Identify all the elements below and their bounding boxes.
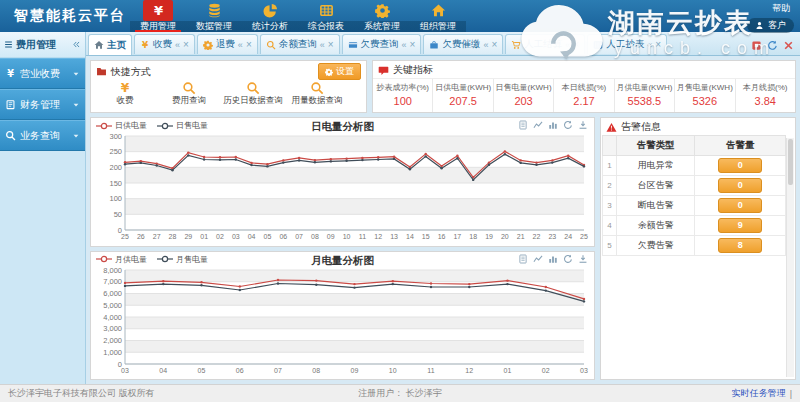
gear-icon-slot — [325, 68, 333, 76]
indicator-label: 月供电量(KWH) — [615, 82, 674, 93]
alarm-count-badge[interactable]: 0 — [718, 198, 762, 213]
y-axis-labels: 050100150200250300 — [109, 133, 122, 235]
nav-item-fee[interactable]: ¥费用管理 — [130, 0, 186, 32]
toolbox-linechart-button[interactable] — [533, 254, 543, 264]
tab-label: 人工抄表 — [606, 38, 644, 51]
toolbox-restore-button[interactable] — [563, 120, 573, 130]
search-icon — [182, 81, 196, 95]
toolbox-doc-button[interactable] — [518, 254, 528, 264]
shortcut-history-daily-query[interactable]: 历史日数据查询 — [221, 81, 285, 106]
folder-icon — [96, 66, 107, 77]
menu-icon — [4, 40, 13, 49]
yen-icon: ¥ — [140, 40, 150, 50]
chart-canvas: 01,0002,0003,0004,0005,0006,0007,0008,00… — [91, 267, 592, 377]
daily-chart-legend: 日供电量日售电量 — [96, 120, 208, 131]
alarm-col-0: 告警类型 — [617, 136, 695, 156]
svg-text:03: 03 — [121, 367, 129, 374]
svg-text:12: 12 — [374, 233, 382, 240]
linechart-icon — [533, 254, 543, 264]
alarm-scrollbar — [786, 138, 794, 377]
tab-collapse-icon[interactable]: « — [320, 40, 325, 50]
tab-arrears-remind[interactable]: 欠费催缴«× — [423, 34, 503, 54]
tab-arrears-query[interactable]: 欠费查询«× — [342, 34, 422, 54]
legend-item[interactable]: 月售电量 — [157, 254, 208, 265]
tab-close-icon[interactable]: × — [246, 40, 252, 49]
indicator-label: 日售电量(KWH) — [494, 82, 553, 93]
shortcut-charge[interactable]: ¥收费 — [93, 81, 157, 106]
tab-close-icon[interactable]: × — [183, 40, 189, 49]
help-link[interactable]: 帮助 — [747, 2, 790, 15]
alarm-type: 余额告警 — [617, 216, 695, 236]
indicator-cell: 日供电量(KWH)207.5 — [432, 79, 492, 112]
shortcut-label: 用量数据查询 — [292, 95, 343, 105]
tab-close-icon[interactable]: × — [655, 40, 661, 49]
tabbar-close-button[interactable] — [783, 40, 794, 51]
nav-item-label: 费用管理 — [140, 21, 176, 32]
sidebar-item-business-query[interactable]: 业务查询 — [0, 120, 85, 151]
tabbar-stop-button[interactable] — [751, 40, 762, 51]
legend-item[interactable]: 日售电量 — [157, 120, 208, 131]
alarm-count-badge[interactable]: 8 — [718, 238, 762, 253]
nav-item-stats[interactable]: 统计分析 — [242, 0, 298, 32]
svg-text:20: 20 — [501, 233, 509, 240]
tab-collapse-icon[interactable]: « — [175, 40, 180, 50]
settings-button[interactable]: 设置 — [318, 63, 361, 80]
tab-collapse-icon[interactable]: « — [647, 40, 652, 50]
sidebar-item-business-charge[interactable]: ¥营业收费 — [0, 58, 85, 89]
tab-collapse-icon[interactable]: « — [238, 40, 243, 50]
tab-close-icon[interactable]: × — [491, 40, 497, 49]
legend-item[interactable]: 日供电量 — [96, 120, 147, 131]
alarm-row: 3断电告警0 — [603, 196, 786, 216]
toolbox-barchart-button[interactable] — [548, 120, 558, 130]
svg-text:28: 28 — [169, 233, 177, 240]
tab-close-icon[interactable]: × — [410, 40, 416, 49]
yen-icon: ¥ — [151, 3, 166, 18]
user-menu[interactable]: 客户 — [747, 18, 794, 33]
nav-item-data[interactable]: 数据管理 — [186, 0, 242, 32]
tab-manual-reading[interactable]: 人工抄表«× — [587, 34, 667, 54]
nav-item-report[interactable]: 综合报表 — [298, 0, 354, 32]
alarm-count-badge[interactable]: 9 — [718, 218, 762, 233]
tab-collapse-icon[interactable]: « — [402, 40, 407, 50]
home-icon — [431, 3, 446, 18]
daily-chart-plot: 0501001502002503002526272829010203040506… — [91, 133, 594, 247]
toolbox-restore-button[interactable] — [563, 254, 573, 264]
toolbox-linechart-button[interactable] — [533, 120, 543, 130]
tab-home[interactable]: 主页 — [88, 34, 132, 55]
alarm-count-badge[interactable]: 0 — [718, 158, 762, 173]
indicators-title: 关键指标 — [393, 63, 433, 77]
restore-icon — [767, 40, 778, 51]
search-icon — [310, 81, 324, 95]
tab-collapse-icon[interactable]: « — [565, 40, 570, 50]
nav-item-system[interactable]: 系统管理 — [354, 0, 410, 32]
tab-manual-settle[interactable]: 人工结算«× — [505, 34, 585, 54]
shortcuts-panel: 快捷方式 设置 ¥收费费用查询历史日数据查询用量数据查询 — [90, 60, 367, 113]
tab-close-icon[interactable]: × — [573, 40, 579, 49]
footer-link[interactable]: 实时任务管理 — [732, 387, 786, 400]
svg-text:01: 01 — [504, 367, 512, 374]
toolbox-download-button[interactable] — [578, 254, 588, 264]
alarm-count-badge[interactable]: 0 — [718, 178, 762, 193]
plot-bands — [125, 136, 584, 214]
svg-text:200: 200 — [109, 163, 122, 172]
indicator-cell: 月售电量(KWH)5326 — [674, 79, 734, 112]
toolbox-barchart-button[interactable] — [548, 254, 558, 264]
tab-collapse-icon[interactable]: « — [483, 40, 488, 50]
legend-item[interactable]: 月供电量 — [96, 254, 147, 265]
svg-text:5,000: 5,000 — [103, 300, 122, 309]
sidebar-item-finance[interactable]: 财务管理 — [0, 89, 85, 120]
toolbox-doc-button[interactable] — [518, 120, 528, 130]
tab-refund[interactable]: 退费«× — [197, 34, 258, 54]
shortcut-usage-query[interactable]: 用量数据查询 — [285, 81, 349, 106]
shortcut-fee-query[interactable]: 费用查询 — [157, 81, 221, 106]
toolbox-download-button[interactable] — [578, 120, 588, 130]
nav-item-org[interactable]: 组织管理 — [410, 0, 466, 32]
tab-charge[interactable]: ¥收费«× — [134, 34, 195, 54]
main-nav: ¥费用管理数据管理统计分析综合报表系统管理组织管理 — [130, 0, 466, 32]
tab-balance-query[interactable]: 余额查询«× — [260, 34, 340, 54]
alarm-scrollbar-thumb[interactable] — [788, 139, 793, 185]
sidebar-item-label: 营业收费 — [20, 67, 68, 81]
sidebar-header[interactable]: 费用管理 — [0, 32, 85, 58]
tab-close-icon[interactable]: × — [328, 40, 334, 49]
tabbar-refresh-button[interactable] — [767, 40, 778, 51]
